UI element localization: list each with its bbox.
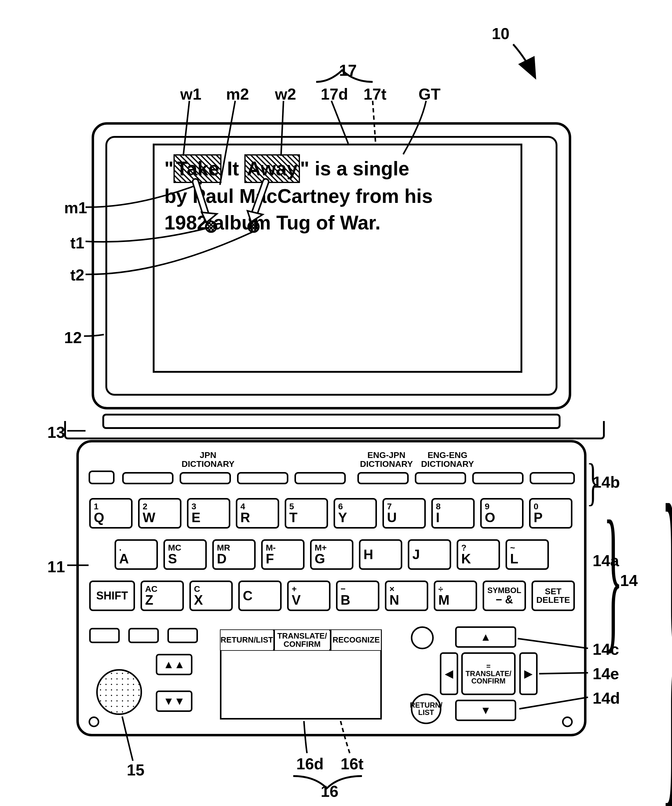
key-symbol[interactable]: SYMBOL − &: [483, 581, 526, 611]
key-y[interactable]: 6Y: [334, 498, 377, 529]
key-c-2[interactable]: C: [238, 581, 282, 611]
dpad-circle[interactable]: [411, 626, 434, 649]
scroll-down[interactable]: ▼▼: [156, 690, 192, 712]
brace-14: }: [661, 422, 672, 806]
hinge-bar: [102, 414, 560, 429]
scroll-up[interactable]: ▲▲: [156, 654, 192, 675]
key-p[interactable]: 0P: [529, 498, 573, 529]
hole-left: [89, 717, 99, 727]
key-b-4[interactable]: −B: [336, 581, 380, 611]
key-t[interactable]: 5T: [285, 498, 328, 529]
key-r[interactable]: 4R: [236, 498, 279, 529]
tab-recognize[interactable]: RECOGNIZE: [332, 630, 381, 650]
func-label-engjpn: ENG-JPN DICTIONARY: [357, 451, 415, 469]
dpad-returnlist[interactable]: RETURN/ LIST: [411, 694, 441, 724]
func-key-3[interactable]: [237, 472, 288, 484]
key-u[interactable]: 7U: [382, 498, 426, 529]
dpad-down[interactable]: ▼: [455, 700, 516, 721]
tab-returnlist[interactable]: RETURN/LIST: [221, 630, 273, 650]
ref-16d: 16d: [296, 755, 324, 773]
ref-13: 13: [47, 423, 65, 441]
ref-m2: m2: [226, 85, 249, 103]
func-key-1[interactable]: [122, 472, 173, 484]
ref-GT: GT: [418, 85, 441, 103]
func-key-0[interactable]: [89, 471, 114, 484]
small-key-b[interactable]: [128, 628, 159, 643]
dpad-right[interactable]: ▶: [519, 652, 538, 695]
key-q[interactable]: 1Q: [89, 498, 132, 529]
func-key-jpn[interactable]: [180, 472, 231, 484]
func-key-engeng[interactable]: [415, 472, 466, 484]
word-w1[interactable]: Take: [173, 154, 221, 183]
dpad-up[interactable]: ▲: [455, 626, 516, 648]
key-i[interactable]: 8I: [431, 498, 475, 529]
dpad-left[interactable]: ◀: [440, 652, 458, 695]
key-shift[interactable]: SHIFT: [89, 581, 135, 611]
small-key-a[interactable]: [89, 628, 120, 643]
ref-m1: m1: [64, 198, 87, 217]
key-k[interactable]: ?K: [457, 539, 500, 570]
ref-t2: t2: [70, 266, 84, 284]
func-label-jpn: JPN DICTIONARY: [179, 451, 237, 469]
tab-translate[interactable]: TRANSLATE/ CONFIRM: [275, 630, 329, 650]
key-m-6[interactable]: ÷M: [434, 581, 477, 611]
ref-10: 10: [492, 25, 510, 43]
ref-12: 12: [64, 329, 82, 347]
ref-w2: w2: [275, 85, 296, 103]
key-e[interactable]: 3E: [187, 498, 230, 529]
ref-t1: t1: [70, 234, 84, 252]
func-key-engjpn[interactable]: [357, 472, 409, 484]
func-key-4[interactable]: [294, 472, 346, 484]
key-f[interactable]: M-F: [261, 539, 305, 570]
ref-17d: 17d: [321, 85, 348, 103]
key-n-5[interactable]: ×N: [385, 581, 428, 611]
line1-mid: It: [221, 158, 244, 180]
key-d[interactable]: MRD: [212, 539, 256, 570]
key-l[interactable]: ~L: [505, 539, 549, 570]
display-text: "Take It Away" is a single by Paul MacCa…: [164, 154, 513, 236]
key-o[interactable]: 9O: [480, 498, 523, 529]
display-line3: 1982 album Tug of War.: [164, 210, 513, 236]
func-key-8[interactable]: [530, 472, 575, 484]
dpad-center[interactable]: = TRANSLATE/ CONFIRM: [461, 652, 515, 695]
line1-pre: ": [164, 158, 173, 180]
display-line2: by Paul MacCartney from his: [164, 183, 513, 209]
small-key-c[interactable]: [167, 628, 198, 643]
key-h[interactable]: H: [359, 539, 402, 570]
ref-14d: 14d: [593, 689, 620, 707]
key-x-1[interactable]: CX: [189, 581, 233, 611]
key-v-3[interactable]: +V: [287, 581, 330, 611]
brace-14b: }: [586, 452, 599, 512]
speaker: [96, 669, 142, 715]
ref-15: 15: [127, 761, 144, 779]
touch-point-t1: [205, 221, 217, 233]
key-g[interactable]: M+G: [310, 539, 353, 570]
key-a[interactable]: .A: [114, 539, 158, 570]
touch-point-t2: [248, 221, 260, 233]
ref-17t: 17t: [363, 85, 386, 103]
word-w2[interactable]: Away: [244, 154, 300, 183]
key-z-0[interactable]: ACZ: [140, 581, 184, 611]
key-j[interactable]: J: [408, 539, 451, 570]
brace-14a: }: [603, 484, 623, 671]
ref-w1: w1: [180, 85, 201, 103]
hole-right: [562, 717, 573, 727]
line1-post: " is a single: [300, 158, 409, 180]
ref-11: 11: [47, 558, 65, 576]
key-setdelete[interactable]: SET DELETE: [532, 581, 575, 611]
drawing-canvas: 10 17 w1 m2 w2 17d 17t GT m1 t1 t2 12 13…: [0, 0, 672, 806]
ref-17: 17: [339, 61, 357, 79]
ref-16: 16: [321, 782, 338, 801]
func-key-7[interactable]: [472, 472, 523, 484]
func-label-engeng: ENG-ENG DICTIONARY: [418, 451, 477, 469]
key-w[interactable]: 2W: [138, 498, 182, 529]
ref-16t: 16t: [340, 755, 363, 773]
key-s[interactable]: MCS: [163, 539, 207, 570]
